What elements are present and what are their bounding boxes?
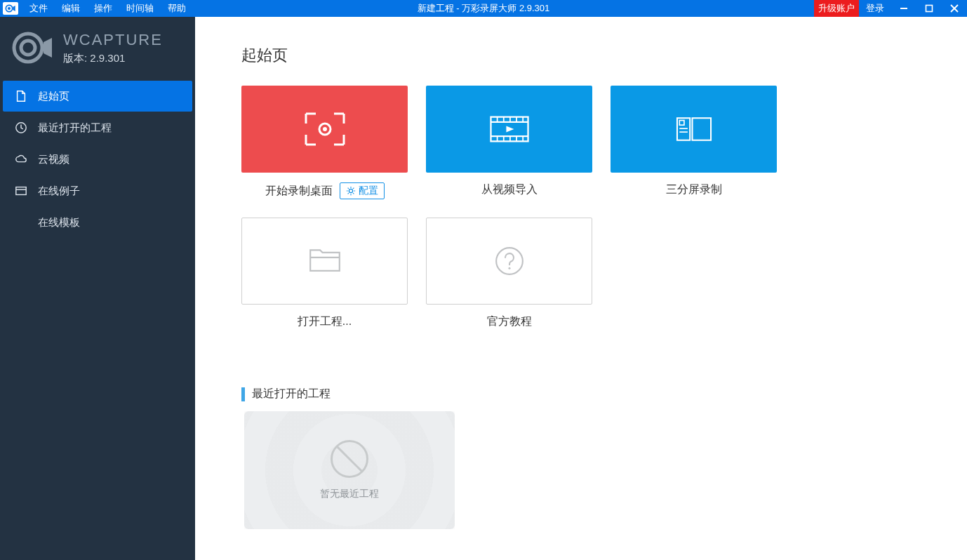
menu-operate[interactable]: 操作 xyxy=(87,0,119,17)
card-import-video[interactable] xyxy=(426,86,592,173)
sidebar-item-recent[interactable]: 最近打开的工程 xyxy=(3,112,192,143)
svg-point-12 xyxy=(323,127,327,131)
svg-point-1 xyxy=(8,7,11,10)
sidebar-item-label: 云视频 xyxy=(38,153,69,166)
svg-rect-31 xyxy=(692,118,711,140)
page-title: 起始页 xyxy=(241,45,939,66)
film-icon xyxy=(487,113,532,145)
brand-title: WCAPTURE xyxy=(63,31,163,49)
empty-text: 暂无最近工程 xyxy=(320,488,379,500)
card-record-desktop[interactable] xyxy=(241,86,408,173)
svg-rect-3 xyxy=(926,6,933,12)
section-accent-bar xyxy=(241,387,245,401)
sidebar-item-label: 最近打开的工程 xyxy=(38,121,112,135)
card-tutorial[interactable] xyxy=(426,218,592,305)
sidebar: WCAPTURE 版本: 2.9.301 起始页 最近打开的工程 xyxy=(0,17,195,560)
menu-file[interactable]: 文件 xyxy=(22,0,55,17)
svg-rect-28 xyxy=(679,121,684,126)
minimize-button[interactable] xyxy=(891,0,916,17)
window-title: 新建工程 - 万彩录屏大师 2.9.301 xyxy=(418,2,550,15)
sidebar-item-label: 在线模板 xyxy=(38,216,80,229)
clock-icon xyxy=(14,121,28,135)
sidebar-item-cloud[interactable]: 云视频 xyxy=(3,144,192,175)
sidebar-item-templates[interactable]: 在线模板 xyxy=(3,207,192,238)
card-label: 打开工程... xyxy=(298,314,352,329)
login-button[interactable]: 登录 xyxy=(859,0,891,17)
svg-point-7 xyxy=(21,41,35,55)
svg-point-33 xyxy=(496,248,523,274)
recent-empty-state: 暂无最近工程 xyxy=(244,411,455,529)
config-button[interactable]: 配置 xyxy=(340,182,385,199)
card-triscreen-record[interactable] xyxy=(611,86,777,173)
titlebar: 文件 编辑 操作 时间轴 帮助 新建工程 - 万彩录屏大师 2.9.301 升级… xyxy=(0,0,967,17)
recent-title: 最近打开的工程 xyxy=(252,387,331,401)
svg-point-13 xyxy=(349,189,352,192)
svg-point-6 xyxy=(14,34,42,62)
app-logo-icon xyxy=(3,2,18,15)
card-label: 开始录制桌面 xyxy=(265,184,333,199)
sidebar-item-examples[interactable]: 在线例子 xyxy=(3,175,192,206)
brand-logo-icon xyxy=(11,29,53,66)
record-icon xyxy=(300,108,349,150)
gear-icon xyxy=(346,186,356,196)
sidebar-item-label: 起始页 xyxy=(38,90,69,103)
window-icon xyxy=(14,184,28,198)
sidebar-item-start[interactable]: 起始页 xyxy=(3,81,192,112)
brand-version: 版本: 2.9.301 xyxy=(63,52,163,65)
menu-timeline[interactable]: 时间轴 xyxy=(119,0,161,17)
cloud-icon xyxy=(14,152,28,166)
upgrade-button[interactable]: 升级账户 xyxy=(814,0,859,17)
sidebar-item-label: 在线例子 xyxy=(38,185,80,198)
card-label: 三分屏录制 xyxy=(666,182,722,197)
card-label: 从视频导入 xyxy=(481,182,538,197)
page-icon xyxy=(14,89,28,103)
card-open-project[interactable] xyxy=(241,218,408,305)
maximize-button[interactable] xyxy=(916,0,942,17)
svg-rect-9 xyxy=(16,187,26,195)
no-entry-icon xyxy=(331,440,368,478)
svg-point-34 xyxy=(508,267,510,269)
help-icon xyxy=(493,244,526,278)
layout-icon xyxy=(674,113,714,145)
brand: WCAPTURE 版本: 2.9.301 xyxy=(0,17,195,73)
card-label: 官方教程 xyxy=(487,314,532,329)
menu-help[interactable]: 帮助 xyxy=(161,0,193,17)
folder-icon xyxy=(307,246,343,276)
close-button[interactable] xyxy=(942,0,967,17)
content-area: 起始页 开始录制桌面 配置 xyxy=(195,17,967,560)
menu-edit[interactable]: 编辑 xyxy=(55,0,87,17)
recent-section: 最近打开的工程 暂无最近工程 xyxy=(241,387,939,529)
